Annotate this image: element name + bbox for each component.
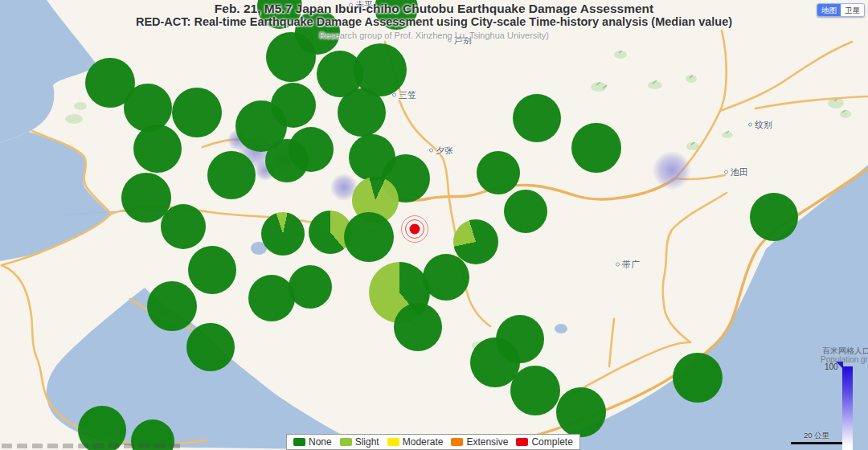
damage-circle-marker[interactable] bbox=[394, 303, 442, 351]
damage-circle-marker[interactable] bbox=[423, 254, 469, 301]
population-gradient-bar bbox=[842, 366, 853, 450]
town-label: 纹别 bbox=[748, 119, 772, 131]
page-subtitle: RED-ACT: Real-time Earthquake Damage Ass… bbox=[0, 15, 868, 28]
damage-circle-marker[interactable] bbox=[477, 151, 520, 194]
damage-circle-marker[interactable] bbox=[124, 84, 172, 132]
legend-label-none: None bbox=[309, 436, 332, 448]
legend-swatch-slight bbox=[340, 438, 352, 446]
header: Feb. 21, M5.7 Japan Iburi-chiho Chutobu … bbox=[0, 2, 868, 41]
map-attribution bbox=[2, 444, 185, 448]
damage-circle-marker[interactable] bbox=[186, 323, 235, 371]
damage-pie-marker[interactable] bbox=[261, 212, 305, 256]
lake-small bbox=[555, 324, 567, 333]
town-dot-icon bbox=[748, 123, 752, 127]
legend-label-complete: Complete bbox=[531, 436, 572, 448]
map-mode-button[interactable]: 地图 bbox=[817, 4, 841, 16]
damage-circle-marker[interactable] bbox=[188, 246, 236, 294]
legend-item-slight: Slight bbox=[340, 436, 379, 448]
damage-circle-marker[interactable] bbox=[265, 139, 309, 182]
damage-pie-marker[interactable] bbox=[453, 219, 498, 264]
damage-circle-marker[interactable] bbox=[338, 88, 386, 137]
legend-swatch-none bbox=[293, 438, 305, 446]
damage-circle-marker[interactable] bbox=[248, 275, 295, 321]
damage-circle-marker[interactable] bbox=[161, 204, 206, 249]
scale-bar-label: 20 公里 bbox=[791, 431, 842, 441]
damage-legend: NoneSlightModerateExtensiveComplete bbox=[286, 434, 580, 450]
town-label: 带广 bbox=[616, 259, 640, 271]
damage-circle-marker[interactable] bbox=[289, 265, 332, 309]
damage-circle-marker[interactable] bbox=[513, 94, 561, 142]
legend-swatch-moderate bbox=[387, 438, 399, 446]
legend-swatch-complete bbox=[516, 438, 528, 446]
town-label: 夕张 bbox=[429, 145, 453, 157]
damage-circle-marker[interactable] bbox=[571, 123, 621, 173]
page-title: Feb. 21, M5.7 Japan Iburi-chiho Chutobu … bbox=[0, 2, 868, 15]
damage-circle-marker[interactable] bbox=[504, 190, 547, 233]
damage-circle-marker[interactable] bbox=[133, 125, 182, 173]
scale-bar-line bbox=[791, 442, 842, 444]
legend-item-none: None bbox=[293, 436, 332, 448]
map-type-toggle[interactable]: 地图 卫星 bbox=[817, 3, 865, 17]
damage-circle-marker[interactable] bbox=[207, 151, 256, 199]
legend-item-extensive: Extensive bbox=[451, 436, 508, 448]
town-dot-icon bbox=[429, 149, 433, 153]
scale-bar: 20 公里 bbox=[791, 431, 842, 444]
damage-circle-marker[interactable] bbox=[147, 281, 197, 331]
map-canvas[interactable]: 赤平芦别三笠夕张纹别池田带广 Feb. 21, M5.7 Japan Iburi… bbox=[0, 0, 868, 450]
satellite-mode-button[interactable]: 卫星 bbox=[841, 4, 864, 16]
legend-label-moderate: Moderate bbox=[403, 436, 444, 448]
epicenter-dot bbox=[410, 224, 420, 235]
population-hotspot bbox=[653, 151, 691, 190]
epicenter-marker bbox=[401, 215, 428, 243]
legend-label-extensive: Extensive bbox=[466, 436, 508, 448]
damage-circle-marker[interactable] bbox=[271, 83, 316, 128]
damage-circle-marker[interactable] bbox=[344, 212, 394, 262]
town-dot-icon bbox=[392, 93, 396, 97]
damage-circle-marker[interactable] bbox=[673, 353, 723, 403]
damage-circle-marker[interactable] bbox=[556, 387, 606, 437]
damage-circle-marker[interactable] bbox=[172, 88, 222, 137]
legend-item-complete: Complete bbox=[516, 436, 572, 448]
town-dot-icon bbox=[724, 170, 728, 174]
credit-line: Research group of Prof. Xinzheng Lu, Tsi… bbox=[0, 30, 868, 41]
town-label: 池田 bbox=[724, 166, 748, 178]
damage-circle-marker[interactable] bbox=[750, 193, 798, 241]
damage-circle-marker[interactable] bbox=[510, 366, 560, 415]
legend-label-slight: Slight bbox=[355, 436, 379, 448]
legend-swatch-extensive bbox=[451, 438, 463, 446]
legend-item-moderate: Moderate bbox=[387, 436, 444, 448]
town-dot-icon bbox=[616, 263, 620, 267]
